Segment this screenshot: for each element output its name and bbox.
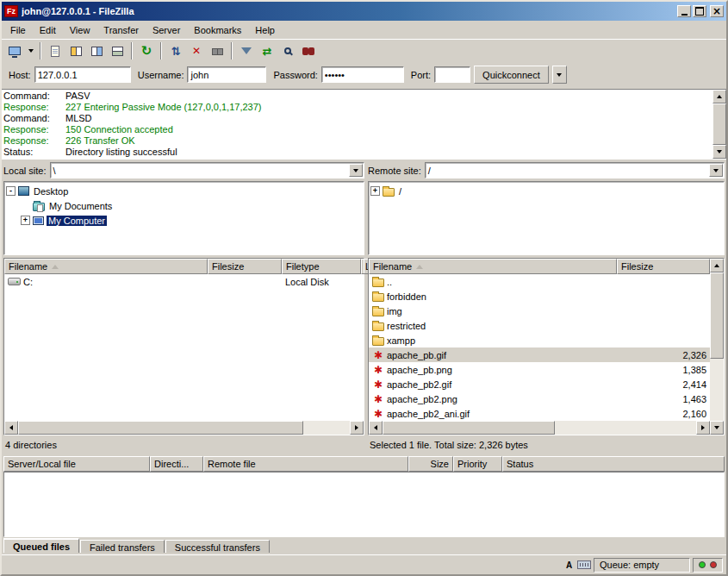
remote-site-combo[interactable]: / [425, 162, 725, 178]
disconnect-icon [212, 47, 223, 54]
remote-file-row-selected[interactable]: apache_pb.gif 2,326 [369, 347, 710, 362]
quickconnect-button[interactable]: Quickconnect [474, 66, 549, 84]
menu-server[interactable]: Server [146, 22, 187, 38]
toggle-message-log-button[interactable] [45, 41, 65, 61]
toggle-local-tree-button[interactable] [65, 41, 86, 61]
column-server-local-file[interactable]: Server/Local file [3, 456, 150, 472]
scrollbar-thumb[interactable] [383, 421, 555, 435]
column-filesize[interactable]: Filesize [617, 259, 710, 274]
expand-icon[interactable] [21, 216, 30, 225]
column-remote-file[interactable]: Remote file [203, 456, 408, 472]
scroll-right-button[interactable] [350, 421, 364, 435]
remote-file-row[interactable]: .. [369, 274, 710, 289]
remote-file-row[interactable]: forbidden [369, 289, 710, 304]
remote-file-row[interactable]: apache_pb2.gif 2,414 [369, 377, 710, 391]
toggle-queue-button[interactable] [107, 41, 128, 61]
username-input[interactable] [187, 66, 266, 83]
image-file-icon [372, 393, 384, 405]
column-filetype[interactable]: Filetype [282, 259, 361, 274]
site-manager-dropdown-button[interactable] [25, 41, 36, 61]
column-size[interactable]: Size [408, 456, 453, 472]
remote-vertical-scrollbar[interactable] [710, 259, 724, 435]
refresh-button[interactable] [136, 41, 157, 61]
image-file-icon [372, 408, 384, 420]
menu-edit[interactable]: Edit [33, 22, 63, 38]
scroll-down-button[interactable] [712, 145, 726, 159]
cancel-operation-button[interactable] [186, 41, 207, 61]
disconnect-button[interactable] [207, 41, 227, 61]
tree-item-my-computer[interactable]: My Computer [6, 213, 362, 228]
tab-queued-files[interactable]: Queued files [3, 538, 79, 554]
host-label: Host: [9, 70, 31, 80]
remote-file-row[interactable]: apache_pb.png 1,385 [369, 362, 710, 377]
tree-item-my-documents[interactable]: My Documents [6, 198, 362, 213]
close-button[interactable] [710, 5, 724, 17]
scroll-left-button[interactable] [369, 421, 383, 435]
menu-transfer[interactable]: Transfer [96, 22, 146, 38]
queue-body[interactable] [3, 472, 725, 537]
scrollbar-thumb[interactable] [710, 272, 724, 359]
port-input[interactable] [434, 66, 470, 83]
column-priority[interactable]: Priority [453, 456, 502, 472]
remote-site-dropdown-button[interactable] [709, 164, 723, 177]
folder-icon [372, 279, 384, 287]
password-input[interactable] [321, 66, 404, 83]
tab-failed-transfers[interactable]: Failed transfers [80, 540, 165, 554]
tab-successful-transfers[interactable]: Successful transfers [165, 540, 270, 554]
column-direction[interactable]: Directi... [150, 456, 203, 472]
arrow-down-icon [714, 426, 719, 429]
remote-file-row[interactable]: apache_pb2.png 1,463 [369, 391, 710, 406]
collapse-icon[interactable] [6, 186, 16, 196]
host-input[interactable] [34, 66, 131, 83]
log-scrollbar[interactable] [712, 90, 726, 159]
filter-button[interactable] [236, 41, 257, 61]
tree-item-root[interactable]: / [370, 184, 722, 198]
menu-file[interactable]: File [3, 22, 33, 38]
quickconnect-dropdown-button[interactable] [552, 66, 567, 84]
site-manager-button[interactable] [4, 41, 25, 61]
local-horizontal-scrollbar[interactable] [4, 421, 364, 435]
toolbar [2, 39, 726, 62]
menu-view[interactable]: View [63, 22, 97, 38]
remote-list-header: Filename Filesize [369, 259, 710, 274]
maximize-button[interactable] [693, 5, 706, 17]
menu-help[interactable]: Help [248, 22, 282, 38]
menu-bookmarks[interactable]: Bookmarks [187, 22, 248, 38]
column-status[interactable]: Status [502, 456, 725, 472]
column-filename[interactable]: Filename [369, 259, 617, 274]
scroll-up-button[interactable] [712, 90, 726, 103]
remote-list-body: .. forbidden img restricted [369, 274, 710, 421]
local-file-row[interactable]: C: Local Disk [4, 274, 364, 289]
scroll-right-button[interactable] [696, 421, 710, 435]
scrollbar-thumb[interactable] [18, 421, 303, 435]
find-files-button[interactable] [298, 41, 319, 61]
scroll-down-button[interactable] [710, 421, 724, 435]
compare-directories-button[interactable] [257, 41, 277, 61]
remote-file-row[interactable]: xampp [369, 333, 710, 347]
arrow-left-icon [9, 425, 13, 430]
process-queue-button[interactable] [165, 41, 186, 61]
tree-item-desktop[interactable]: Desktop [6, 184, 362, 198]
toggle-remote-tree-button[interactable] [86, 41, 107, 61]
remote-horizontal-scrollbar[interactable] [369, 421, 710, 435]
sync-browsing-button[interactable] [277, 41, 298, 61]
column-filesize[interactable]: Filesize [208, 259, 282, 274]
expand-icon[interactable] [370, 186, 380, 196]
scrollbar-thumb[interactable] [712, 103, 726, 145]
transfer-queue: Server/Local file Directi... Remote file… [3, 456, 725, 537]
receive-activity-led-icon [699, 561, 706, 568]
queue-tabs: Queued files Failed transfers Successful… [2, 537, 726, 554]
remote-file-row[interactable]: apache_pb2_ani.gif 2,160 [369, 406, 710, 421]
remote-file-row[interactable]: img [369, 304, 710, 318]
remote-file-row[interactable]: restricted [369, 318, 710, 333]
scroll-left-button[interactable] [4, 421, 18, 435]
toolbar-separator [131, 42, 133, 59]
main-split: Local site: \ Desktop My Documents [2, 160, 726, 453]
local-site-dropdown-button[interactable] [349, 164, 363, 177]
scroll-up-button[interactable] [710, 259, 724, 272]
compare-icon [263, 46, 272, 57]
folder-icon [372, 337, 384, 346]
column-filename[interactable]: Filename [4, 259, 208, 274]
minimize-button[interactable] [677, 5, 691, 17]
local-site-combo[interactable]: \ [50, 162, 364, 178]
